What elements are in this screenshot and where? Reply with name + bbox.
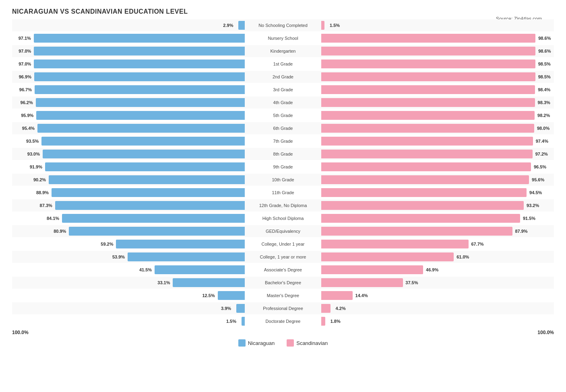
bar-blue: 87.3% (55, 201, 245, 210)
bar-blue: 96.7% (35, 85, 245, 94)
table-row: 3.9% Professional Degree 4.2% (12, 302, 554, 314)
category-label: 2nd Grade (245, 74, 321, 79)
bar-blue: 33.1% (173, 278, 245, 287)
category-label: 5th Grade (245, 113, 321, 118)
category-label: Bachelor's Degree (245, 280, 321, 285)
right-bar-container: 87.9% (321, 225, 554, 237)
right-value: 98.5% (538, 74, 551, 79)
bar-blue: 84.1% (62, 214, 245, 223)
left-bar-container: 93.0% (12, 148, 245, 160)
right-bar-container: 67.7% (321, 238, 554, 250)
right-value: 94.5% (529, 190, 542, 195)
bottom-labels: 100.0% 100.0% (12, 330, 554, 335)
bar-blue: 97.0% (34, 60, 245, 68)
right-value: 98.5% (538, 62, 551, 66)
left-value: 33.1% (157, 280, 170, 285)
bar-blue: 97.0% (34, 47, 245, 55)
chart-title: NICARAGUAN VS SCANDINAVIAN EDUCATION LEV… (12, 8, 554, 15)
table-row: 53.9% College, 1 year or more 61.0% (12, 251, 554, 263)
bar-blue: 95.4% (37, 124, 245, 133)
bar-pink: 98.5% (321, 60, 535, 68)
bar-blue: 12.5% (218, 291, 245, 300)
bar-pink: 93.2% (321, 201, 524, 210)
bar-blue: 53.9% (128, 252, 245, 261)
legend-blue: Nicaraguan (238, 339, 275, 347)
left-bar-container: 1.5% (12, 315, 245, 327)
right-bar-container: 98.0% (321, 122, 554, 134)
category-label: 1st Grade (245, 62, 321, 66)
right-value: 1.8% (331, 319, 341, 324)
right-value: 98.0% (537, 126, 549, 131)
right-bar-container: 98.5% (321, 71, 554, 83)
right-value: 93.2% (527, 203, 539, 208)
bar-pink: 98.2% (321, 111, 535, 120)
left-bar-container: 96.9% (12, 71, 245, 83)
bar-pink: 46.9% (321, 265, 423, 274)
left-value: 53.9% (112, 254, 125, 259)
left-value: 95.9% (21, 113, 33, 118)
right-bar-container: 96.5% (321, 161, 554, 173)
bar-pink: 96.5% (321, 162, 531, 171)
left-bar-container: 95.4% (12, 122, 245, 134)
chart-rows: 2.9% No Schooling Completed 1.5% 97.1% N… (12, 19, 554, 328)
left-value: 90.2% (33, 177, 46, 182)
bar-blue: 2.9% (238, 21, 245, 30)
right-value: 1.5% (330, 23, 340, 28)
right-bar-container: 97.4% (321, 135, 554, 147)
legend-pink-label: Scandinavian (296, 340, 328, 346)
bar-blue: 88.9% (52, 188, 245, 197)
left-value: 95.4% (22, 126, 35, 131)
table-row: 97.0% Kindergarten 98.6% (12, 45, 554, 57)
category-label: College, Under 1 year (245, 242, 321, 246)
bar-pink: 98.5% (321, 72, 535, 81)
right-value: 98.6% (538, 36, 551, 41)
left-bar-container: 59.2% (12, 238, 245, 250)
left-value: 88.9% (36, 190, 49, 195)
bar-pink: 98.4% (321, 85, 535, 94)
right-value: 95.6% (532, 177, 544, 182)
left-bar-container: 96.7% (12, 84, 245, 96)
bar-blue: 90.2% (49, 175, 245, 184)
legend-blue-label: Nicaraguan (248, 340, 275, 346)
left-bar-container: 97.0% (12, 58, 245, 70)
right-value: 98.4% (538, 87, 550, 92)
left-bar-container: 96.2% (12, 96, 245, 109)
left-bar-container: 3.9% (12, 302, 245, 314)
right-value: 4.2% (336, 306, 346, 311)
right-value: 91.5% (523, 216, 535, 221)
right-bar-container: 91.5% (321, 212, 554, 224)
right-bar-container: 95.6% (321, 174, 554, 186)
table-row: 2.9% No Schooling Completed 1.5% (12, 19, 554, 31)
legend-pink-box (287, 339, 294, 347)
right-bar-container: 14.4% (321, 289, 554, 302)
left-value: 2.9% (223, 23, 233, 28)
legend-blue-box (238, 339, 246, 347)
left-bar-container: 33.1% (12, 277, 245, 289)
bar-blue: 97.1% (34, 34, 245, 43)
bar-pink: 4.2% (321, 304, 331, 313)
table-row: 1.5% Doctorate Degree 1.8% (12, 315, 554, 327)
bar-pink: 61.0% (321, 252, 454, 261)
left-bar-container: 93.5% (12, 135, 245, 147)
right-bar-container: 1.5% (321, 19, 554, 31)
right-value: 46.9% (426, 267, 438, 272)
left-bar-container: 88.9% (12, 187, 245, 199)
bar-blue: 91.9% (45, 162, 245, 171)
right-value: 96.5% (534, 164, 546, 169)
right-bar-container: 98.5% (321, 58, 554, 70)
left-value: 12.5% (202, 293, 215, 298)
category-label: GED/Equivalency (245, 229, 321, 234)
left-bar-container: 95.9% (12, 109, 245, 121)
bar-pink: 95.6% (321, 175, 529, 184)
right-bar-container: 61.0% (321, 251, 554, 263)
right-value: 61.0% (457, 254, 469, 259)
chart-container: 2.9% No Schooling Completed 1.5% 97.1% N… (12, 19, 554, 347)
category-label: 11th Grade (245, 190, 321, 195)
bar-pink: 1.5% (321, 21, 324, 30)
bottom-left-label: 100.0% (12, 330, 29, 335)
category-label: 8th Grade (245, 152, 321, 156)
bar-pink: 97.2% (321, 150, 533, 158)
bar-blue: 93.5% (41, 137, 245, 146)
left-bar-container: 97.0% (12, 45, 245, 57)
legend: Nicaraguan Scandinavian (12, 339, 554, 347)
